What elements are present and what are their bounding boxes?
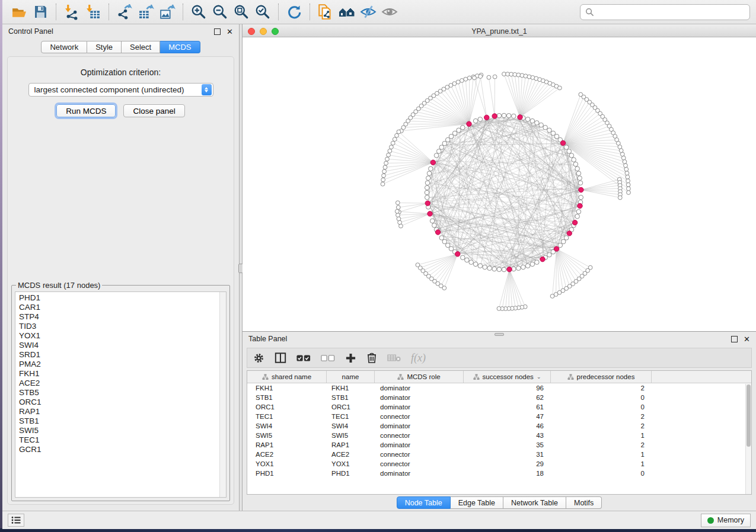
graph-node[interactable]	[569, 153, 574, 158]
graph-leaf-node[interactable]	[388, 149, 392, 153]
table-cell[interactable]: connector	[375, 432, 464, 439]
graph-leaf-node[interactable]	[621, 156, 626, 160]
graph-node[interactable]	[567, 149, 572, 154]
tab-style[interactable]: Style	[87, 41, 122, 53]
graph-mcds-node[interactable]	[567, 231, 572, 236]
mcds-list-scrollbar[interactable]	[219, 292, 226, 497]
graph-leaf-node[interactable]	[381, 178, 385, 182]
float-table-panel-icon[interactable]	[731, 336, 738, 342]
column-header-shared-name[interactable]: shared name	[247, 371, 327, 383]
graph-leaf-node[interactable]	[473, 76, 477, 80]
mcds-result-item[interactable]: TID3	[19, 322, 226, 331]
table-cell[interactable]: connector	[375, 451, 464, 458]
table-cell[interactable]: dominator	[375, 441, 464, 448]
import-table-button[interactable]	[82, 2, 104, 21]
table-cell[interactable]: connector	[375, 413, 464, 420]
graph-node[interactable]	[436, 149, 441, 154]
graph-mcds-node[interactable]	[467, 121, 471, 126]
zoom-in-button[interactable]	[188, 2, 209, 21]
graph-leaf-node[interactable]	[624, 164, 628, 168]
table-cell[interactable]: dominator	[375, 422, 464, 430]
graph-node[interactable]	[445, 137, 450, 142]
graph-leaf-node[interactable]	[479, 75, 483, 79]
graph-leaf-node[interactable]	[396, 206, 400, 210]
graph-node[interactable]	[525, 117, 530, 122]
table-cell[interactable]: ORC1	[327, 403, 375, 411]
graph-node[interactable]	[473, 262, 478, 267]
table-cell[interactable]: 29	[464, 460, 551, 467]
table-cell[interactable]: 1	[551, 460, 652, 467]
criterion-select[interactable]: largest connected component (undirected)	[28, 83, 213, 97]
graph-leaf-node[interactable]	[623, 160, 627, 164]
graph-leaf-node[interactable]	[382, 169, 387, 174]
mcds-result-item[interactable]: YOX1	[19, 331, 226, 341]
table-cell[interactable]: 46	[464, 422, 551, 430]
add-column-button[interactable]	[345, 352, 356, 364]
graph-mcds-node[interactable]	[578, 203, 582, 208]
table-cell[interactable]: YOX1	[247, 460, 327, 467]
graph-leaf-node[interactable]	[620, 152, 624, 156]
table-row[interactable]: SWI4SWI4dominator462	[247, 421, 751, 431]
table-row[interactable]: TEC1TEC1connector472	[247, 412, 751, 421]
graph-leaf-node[interactable]	[618, 196, 622, 200]
table-cell[interactable]: YOX1	[327, 460, 375, 467]
graph-leaf-node[interactable]	[557, 86, 562, 90]
graph-leaf-node[interactable]	[395, 209, 399, 213]
network-window-titlebar[interactable]: YPA_prune.txt_1	[243, 26, 756, 37]
table-cell[interactable]: TEC1	[327, 413, 375, 420]
graph-node[interactable]	[452, 131, 457, 136]
graph-node[interactable]	[430, 219, 435, 223]
mcds-result-item[interactable]: CAR1	[19, 303, 226, 312]
mcds-result-item[interactable]: TEC1	[19, 435, 226, 445]
zoom-out-button[interactable]	[209, 2, 231, 21]
graph-leaf-node[interactable]	[395, 201, 400, 205]
table-row[interactable]: ORC1ORC1dominator610	[247, 402, 751, 412]
zoom-fit-button[interactable]	[231, 2, 252, 21]
open-session-button[interactable]	[8, 2, 30, 21]
graph-node[interactable]	[543, 125, 548, 130]
graph-leaf-node[interactable]	[625, 171, 629, 175]
graph-leaf-node[interactable]	[397, 217, 401, 221]
graph-node[interactable]	[564, 236, 569, 241]
graph-node[interactable]	[432, 223, 437, 228]
table-cell[interactable]: RAP1	[247, 441, 327, 448]
graph-leaf-node[interactable]	[391, 141, 395, 145]
save-session-button[interactable]	[30, 2, 51, 21]
graph-mcds-node[interactable]	[430, 160, 435, 165]
graph-node[interactable]	[492, 267, 497, 271]
graph-leaf-node[interactable]	[381, 182, 385, 186]
graph-mcds-node[interactable]	[518, 115, 522, 120]
table-row[interactable]: ACE2ACE2connector311	[247, 450, 751, 459]
mcds-result-item[interactable]: STP4	[19, 312, 226, 322]
export-image-button[interactable]	[157, 2, 178, 21]
graph-leaf-node[interactable]	[382, 174, 386, 178]
graph-node[interactable]	[564, 145, 569, 150]
search-input[interactable]	[598, 8, 745, 17]
table-cell[interactable]: 0	[551, 403, 652, 411]
graph-node[interactable]	[449, 246, 454, 251]
graph-node[interactable]	[461, 125, 465, 130]
graph-leaf-node[interactable]	[487, 75, 491, 79]
close-panel-button[interactable]: Close panel	[123, 104, 184, 117]
graph-leaf-node[interactable]	[396, 213, 400, 217]
graph-node[interactable]	[535, 121, 540, 126]
table-cell[interactable]: ACE2	[327, 451, 375, 458]
table-cell[interactable]: connector	[375, 460, 464, 467]
graph-leaf-node[interactable]	[385, 157, 390, 161]
select-all-button[interactable]	[296, 354, 311, 362]
graph-node[interactable]	[502, 267, 506, 272]
mcds-result-item[interactable]: GCR1	[19, 445, 226, 454]
graph-node[interactable]	[483, 265, 487, 270]
graph-leaf-node[interactable]	[626, 175, 630, 179]
table-cell[interactable]: dominator	[375, 470, 464, 477]
mcds-result-item[interactable]: FKH1	[19, 369, 226, 379]
graph-leaf-node[interactable]	[626, 179, 630, 183]
graph-node[interactable]	[465, 258, 470, 262]
graph-node[interactable]	[575, 214, 580, 219]
graph-leaf-node[interactable]	[460, 79, 464, 83]
graph-leaf-node[interactable]	[464, 77, 468, 81]
table-cell[interactable]: 96	[464, 384, 551, 392]
import-network-button[interactable]	[61, 2, 82, 21]
table-row[interactable]: PHD1PHD1dominator180	[247, 469, 751, 478]
table-cell[interactable]: 61	[464, 403, 551, 411]
